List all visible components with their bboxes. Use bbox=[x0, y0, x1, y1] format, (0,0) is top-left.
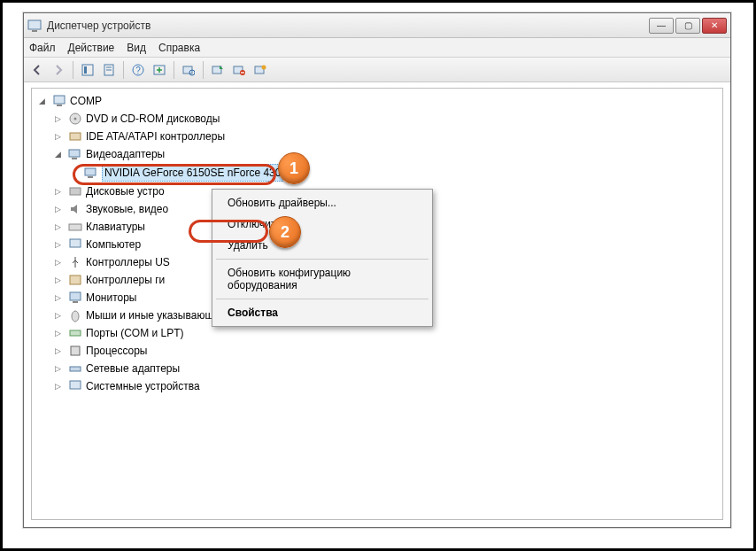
svg-rect-0 bbox=[28, 20, 41, 29]
svg-rect-31 bbox=[70, 292, 81, 300]
toolbar-separator bbox=[203, 61, 204, 79]
toolbar-separator bbox=[123, 61, 124, 79]
controller-icon bbox=[68, 273, 82, 287]
uninstall-button[interactable] bbox=[229, 60, 249, 80]
svg-rect-28 bbox=[69, 224, 81, 230]
display-adapter-icon bbox=[68, 147, 82, 161]
annotation-marker-1: 1 bbox=[278, 152, 310, 184]
expand-icon[interactable]: ▷ bbox=[53, 258, 63, 268]
svg-rect-27 bbox=[70, 188, 81, 195]
ctx-properties[interactable]: Свойства bbox=[215, 302, 429, 323]
update-driver-button[interactable] bbox=[208, 60, 228, 80]
usb-icon bbox=[68, 255, 82, 269]
maximize-button[interactable]: ▢ bbox=[675, 18, 700, 34]
ctx-delete[interactable]: Удалить bbox=[215, 235, 429, 256]
disable-button[interactable] bbox=[251, 60, 270, 80]
titlebar: Диспетчер устройств — ▢ ✕ bbox=[24, 13, 730, 38]
svg-rect-35 bbox=[71, 346, 80, 355]
tree-item[interactable]: ▷Сетевые адаптеры bbox=[51, 360, 721, 377]
scan-button[interactable] bbox=[179, 60, 198, 80]
window-title: Диспетчер устройств bbox=[47, 19, 649, 32]
expand-icon[interactable]: ▷ bbox=[53, 132, 63, 142]
toolbar-separator bbox=[73, 61, 73, 79]
svg-rect-22 bbox=[70, 133, 81, 140]
expand-icon[interactable]: ▷ bbox=[53, 311, 63, 321]
cpu-icon bbox=[68, 344, 82, 358]
svg-rect-2 bbox=[82, 65, 93, 75]
expand-icon[interactable]: ▷ bbox=[53, 346, 63, 356]
computer-icon bbox=[52, 94, 66, 108]
menu-action[interactable]: Действие bbox=[68, 42, 115, 54]
expand-icon[interactable]: ▷ bbox=[53, 240, 63, 250]
svg-rect-19 bbox=[57, 105, 62, 106]
tree-item[interactable]: ▷IDE ATA/ATAPI контроллеры bbox=[51, 128, 721, 145]
svg-rect-18 bbox=[54, 96, 65, 104]
disc-icon bbox=[68, 112, 82, 126]
context-menu: Обновить драйверы... Отключить Удалить О… bbox=[212, 189, 433, 327]
svg-point-21 bbox=[74, 118, 77, 120]
svg-rect-34 bbox=[70, 330, 81, 336]
monitor-icon bbox=[68, 291, 82, 305]
tree-item-nvidia-device[interactable]: NVIDIA GeForce 6150SE nForce 430 bbox=[67, 163, 721, 182]
expand-icon[interactable]: ▷ bbox=[53, 329, 63, 338]
properties-button[interactable] bbox=[99, 60, 119, 80]
expand-icon[interactable]: ▷ bbox=[53, 187, 63, 197]
help-button[interactable]: ? bbox=[128, 60, 148, 80]
expand-icon[interactable]: ▷ bbox=[53, 222, 63, 232]
toolbar-separator bbox=[174, 61, 174, 79]
svg-rect-36 bbox=[70, 367, 81, 371]
tree-item[interactable]: ▷Процессоры bbox=[51, 342, 721, 360]
expand-icon[interactable]: ▷ bbox=[53, 276, 63, 285]
device-manager-window: Диспетчер устройств — ▢ ✕ Файл Действие … bbox=[23, 12, 731, 528]
svg-point-17 bbox=[262, 65, 266, 69]
svg-rect-30 bbox=[70, 276, 81, 284]
collapse-icon[interactable]: ◢ bbox=[37, 97, 47, 106]
menu-help[interactable]: Справка bbox=[158, 42, 200, 54]
close-button[interactable]: ✕ bbox=[702, 18, 727, 34]
nav-back-button[interactable] bbox=[27, 60, 47, 80]
svg-rect-3 bbox=[84, 66, 87, 74]
action-button[interactable] bbox=[150, 60, 169, 80]
svg-rect-24 bbox=[72, 158, 77, 159]
ctx-disable[interactable]: Отключить bbox=[215, 213, 429, 235]
expand-icon[interactable]: ▷ bbox=[53, 293, 63, 303]
expand-icon[interactable]: ▷ bbox=[53, 114, 63, 124]
menu-file[interactable]: Файл bbox=[29, 42, 56, 54]
toolbar: ? bbox=[24, 58, 730, 82]
expand-icon[interactable]: ▷ bbox=[53, 382, 63, 392]
svg-rect-1 bbox=[32, 30, 37, 32]
annotation-marker-2: 2 bbox=[269, 216, 301, 248]
collapse-icon[interactable]: ◢ bbox=[53, 150, 63, 159]
svg-point-33 bbox=[72, 311, 79, 322]
ctx-separator bbox=[216, 299, 428, 299]
svg-rect-32 bbox=[73, 301, 78, 303]
menu-view[interactable]: Вид bbox=[127, 42, 146, 54]
svg-text:?: ? bbox=[135, 66, 141, 75]
display-adapter-icon bbox=[84, 166, 98, 180]
tree-item[interactable]: ▷DVD и CD-ROM дисководы bbox=[51, 110, 721, 128]
svg-rect-29 bbox=[70, 239, 81, 247]
svg-rect-37 bbox=[70, 381, 81, 389]
sound-icon bbox=[68, 202, 82, 216]
show-hide-tree-button[interactable] bbox=[78, 60, 97, 80]
expand-icon[interactable]: ▷ bbox=[53, 364, 63, 374]
app-icon bbox=[27, 19, 42, 33]
tree-item[interactable]: ▷Системные устройства bbox=[51, 377, 721, 395]
tree-root[interactable]: ◢ COMP bbox=[35, 92, 721, 110]
svg-rect-26 bbox=[88, 176, 93, 178]
ctx-separator bbox=[216, 259, 428, 260]
keyboard-icon bbox=[68, 220, 82, 234]
minimize-button[interactable]: — bbox=[649, 18, 674, 34]
ctx-update-drivers[interactable]: Обновить драйверы... bbox=[215, 192, 429, 213]
nav-forward-button[interactable] bbox=[49, 60, 68, 80]
ctx-scan-hardware[interactable]: Обновить конфигурацию оборудования bbox=[215, 262, 429, 296]
svg-rect-23 bbox=[69, 150, 80, 157]
expand-icon[interactable]: ▷ bbox=[53, 205, 63, 214]
network-icon bbox=[68, 361, 82, 376]
tree-item-video-adapters[interactable]: ◢Видеоадаптеры bbox=[51, 145, 721, 163]
mouse-icon bbox=[68, 308, 82, 322]
tree-item[interactable]: ▷Порты (COM и LPT) bbox=[51, 324, 721, 342]
ide-icon bbox=[68, 129, 82, 144]
system-icon bbox=[68, 379, 82, 393]
svg-rect-25 bbox=[85, 168, 96, 175]
